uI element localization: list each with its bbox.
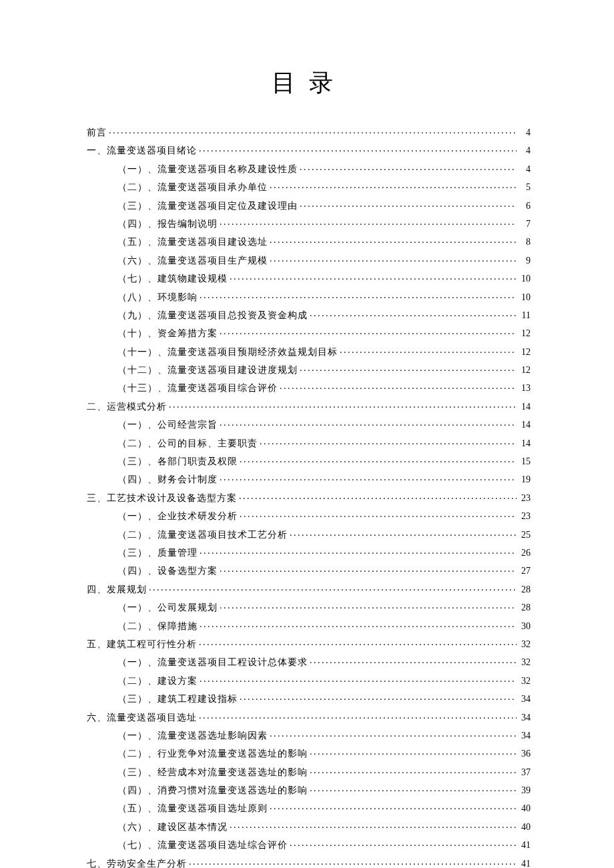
table-of-contents: 前言4一、流量变送器项目绪论4（一）、流量变送器项目名称及建设性质4（二）、流量… bbox=[87, 126, 531, 868]
toc-entry: 五、建筑工程可行性分析32 bbox=[87, 638, 531, 649]
toc-entry-label: （三）、建筑工程建设指标 bbox=[117, 695, 238, 704]
toc-entry: （二）、流量变送器项目承办单位5 bbox=[87, 181, 531, 192]
toc-entry-page: 8 bbox=[519, 238, 531, 247]
toc-entry-page: 19 bbox=[519, 475, 531, 484]
toc-entry-label: （一）、企业技术研发分析 bbox=[117, 512, 238, 521]
toc-entry-label: （二）、流量变送器项目承办单位 bbox=[117, 183, 268, 192]
toc-entry-label: （十二）、流量变送器项目建设进度规划 bbox=[117, 366, 298, 375]
toc-entry: （十一）、流量变送器项目预期经济效益规划目标12 bbox=[87, 346, 531, 357]
toc-entry-label: （三）、经营成本对流量变送器选址的影响 bbox=[117, 768, 308, 777]
toc-entry-page: 12 bbox=[519, 348, 531, 357]
toc-entry: （六）、流量变送器项目生产规模9 bbox=[87, 254, 531, 266]
toc-entry-label: （二）、保障措施 bbox=[117, 622, 198, 631]
toc-leader-dots bbox=[189, 857, 517, 867]
toc-entry-page: 7 bbox=[519, 220, 531, 229]
toc-entry: （一）、流量变送器项目名称及建设性质4 bbox=[87, 163, 531, 174]
toc-entry: （二）、行业竞争对流量变送器选址的影响36 bbox=[87, 747, 531, 759]
toc-entry-label: （二）、流量变送器项目技术工艺分析 bbox=[117, 530, 288, 540]
toc-entry-page: 26 bbox=[519, 548, 531, 558]
toc-leader-dots bbox=[220, 473, 517, 482]
toc-entry-label: （二）、公司的目标、主要职责 bbox=[117, 439, 258, 448]
toc-leader-dots bbox=[270, 181, 517, 190]
toc-entry: （五）、流量变送器项目选址原则40 bbox=[87, 802, 531, 813]
toc-entry: （一）、流量变送器选址影响因素34 bbox=[87, 729, 531, 741]
toc-leader-dots bbox=[300, 163, 517, 172]
toc-entry: 二、运营模式分析14 bbox=[87, 400, 531, 412]
toc-entry-page: 23 bbox=[519, 512, 531, 521]
toc-leader-dots bbox=[220, 564, 517, 574]
toc-entry-page: 37 bbox=[519, 768, 531, 777]
toc-leader-dots bbox=[310, 656, 517, 665]
toc-entry-page: 34 bbox=[519, 695, 531, 704]
toc-entry: （十二）、流量变送器项目建设进度规划12 bbox=[87, 364, 531, 375]
page-title: 目录 bbox=[87, 67, 531, 99]
toc-leader-dots bbox=[200, 546, 517, 556]
toc-leader-dots bbox=[310, 766, 517, 775]
toc-entry-label: （一）、公司发展规划 bbox=[117, 603, 218, 612]
toc-leader-dots bbox=[300, 364, 517, 373]
toc-entry-label: （四）、消费习惯对流量变送器选址的影响 bbox=[117, 786, 308, 795]
toc-entry-label: （一）、流量变送器项目工程设计总体要求 bbox=[117, 658, 308, 667]
toc-entry-page: 41 bbox=[519, 841, 531, 850]
toc-leader-dots bbox=[240, 455, 517, 464]
toc-entry: （八）、环境影响10 bbox=[87, 291, 531, 302]
toc-leader-dots bbox=[230, 821, 517, 830]
toc-entry-page: 40 bbox=[519, 823, 531, 832]
toc-leader-dots bbox=[260, 437, 517, 446]
toc-entry-page: 28 bbox=[519, 603, 531, 612]
toc-leader-dots bbox=[109, 126, 517, 135]
toc-entry-page: 12 bbox=[519, 329, 531, 338]
toc-entry-label: （五）、流量变送器项目选址原则 bbox=[117, 804, 268, 813]
toc-entry-page: 40 bbox=[519, 804, 531, 813]
toc-entry: （三）、经营成本对流量变送器选址的影响37 bbox=[87, 766, 531, 777]
toc-entry-page: 14 bbox=[519, 420, 531, 430]
toc-entry-label: 三、工艺技术设计及设备选型方案 bbox=[87, 494, 237, 503]
toc-leader-dots bbox=[149, 583, 517, 592]
toc-entry: （五）、流量变送器项目建设选址8 bbox=[87, 236, 531, 247]
toc-entry: （一）、企业技术研发分析23 bbox=[87, 510, 531, 521]
toc-leader-dots bbox=[270, 254, 517, 264]
toc-entry: 一、流量变送器项目绪论4 bbox=[87, 144, 531, 155]
toc-entry: 四、发展规划28 bbox=[87, 583, 531, 594]
toc-leader-dots bbox=[199, 638, 517, 647]
toc-entry: （二）、公司的目标、主要职责14 bbox=[87, 437, 531, 448]
toc-entry: （一）、公司发展规划28 bbox=[87, 601, 531, 612]
toc-entry: （七）、建筑物建设规模10 bbox=[87, 272, 531, 284]
toc-leader-dots bbox=[199, 711, 517, 721]
toc-leader-dots bbox=[220, 218, 517, 227]
toc-leader-dots bbox=[290, 839, 517, 848]
toc-entry: （四）、消费习惯对流量变送器选址的影响39 bbox=[87, 784, 531, 795]
toc-entry-page: 25 bbox=[519, 530, 531, 540]
toc-entry-page: 39 bbox=[519, 786, 531, 795]
toc-entry-label: （一）、流量变送器项目名称及建设性质 bbox=[117, 165, 298, 174]
toc-entry-page: 41 bbox=[519, 859, 531, 868]
toc-entry: （三）、建筑工程建设指标34 bbox=[87, 693, 531, 704]
toc-entry-label: （一）、流量变送器选址影响因素 bbox=[117, 731, 268, 741]
toc-leader-dots bbox=[310, 784, 517, 793]
toc-entry: （一）、公司经营宗旨14 bbox=[87, 418, 531, 430]
toc-entry-label: （四）、财务会计制度 bbox=[117, 475, 218, 484]
toc-entry: （三）、各部门职责及权限15 bbox=[87, 455, 531, 466]
toc-entry-page: 36 bbox=[519, 749, 531, 759]
toc-entry: （二）、保障措施30 bbox=[87, 620, 531, 631]
toc-entry-page: 4 bbox=[519, 165, 531, 174]
toc-leader-dots bbox=[239, 492, 517, 501]
toc-entry-label: （一）、公司经营宗旨 bbox=[117, 420, 218, 430]
toc-entry: （四）、设备选型方案27 bbox=[87, 564, 531, 576]
toc-leader-dots bbox=[199, 144, 517, 153]
toc-entry: （二）、流量变送器项目技术工艺分析25 bbox=[87, 528, 531, 540]
toc-entry: （三）、质量管理26 bbox=[87, 546, 531, 558]
toc-entry-label: （四）、报告编制说明 bbox=[117, 220, 218, 229]
toc-entry-page: 4 bbox=[519, 128, 531, 137]
toc-entry: （三）、流量变送器项目定位及建设理由6 bbox=[87, 199, 531, 211]
toc-entry: （二）、建设方案32 bbox=[87, 675, 531, 686]
toc-entry-label: （十）、资金筹措方案 bbox=[117, 329, 218, 338]
toc-leader-dots bbox=[200, 620, 517, 629]
toc-entry-page: 34 bbox=[519, 713, 531, 723]
toc-leader-dots bbox=[290, 528, 517, 538]
toc-entry-label: （十三）、流量变送器项目综合评价 bbox=[117, 384, 278, 393]
toc-entry-page: 34 bbox=[519, 731, 531, 741]
toc-entry-label: （二）、建设方案 bbox=[117, 677, 198, 686]
toc-leader-dots bbox=[300, 199, 517, 209]
toc-entry-label: （二）、行业竞争对流量变送器选址的影响 bbox=[117, 749, 308, 759]
